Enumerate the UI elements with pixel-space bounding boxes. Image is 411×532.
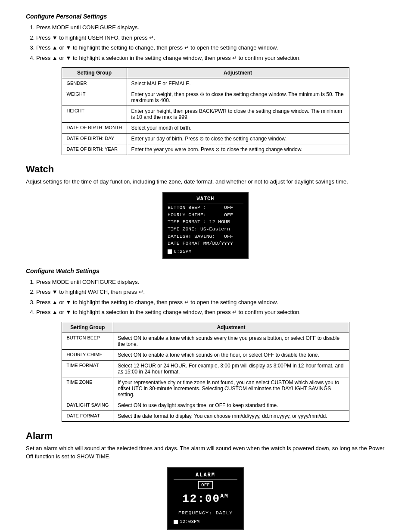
setting-group-cell: TIME ZONE [62,377,113,400]
table-row: HEIGHTEnter your height, then press BACK… [62,106,349,123]
configure-personal-title: Configure Personal Settings [26,13,385,20]
watch-screen: WATCH BUTTON BEEP : OFFHOURLY CHIME: OFF… [162,192,249,259]
watch-step-4: Press ▲ or ▼ to highlight a selection in… [36,308,385,317]
table-row: DAYLIGHT SAVINGSelect ON to use daylight… [62,400,349,411]
setting-group-cell: HOURLY CHIME [62,349,113,360]
watch-section: Watch Adjust settings for the time of da… [26,164,385,259]
alarm-description: Set an alarm which will sound at the sel… [26,444,385,461]
alarm-footer-time: 12:03PM [180,518,199,526]
step-1: Press MODE until CONFIGURE displays. [36,23,385,32]
alarm-ampm: AM [220,493,229,499]
watch-screen-row: DAYLIGHT SAVING: OFF [168,233,243,240]
table-row: DATE FORMATSelect the date format to dis… [62,411,349,421]
configure-watch-steps: Press MODE until CONFIGURE displays. Pre… [36,278,385,317]
alarm-section: Alarm Set an alarm which will sound at t… [26,430,385,530]
alarm-off-label: OFF [198,481,213,489]
alarm-frequency: FREQUENCY: DAILY [174,509,237,516]
setting-group-cell: DATE FORMAT [62,411,113,421]
adjustment-cell: Enter your height, then press BACK/PWR t… [127,106,349,123]
watch-screen-title: WATCH [168,196,243,203]
watch-screen-rows: BUTTON BEEP : OFFHOURLY CHIME: OFFTIME F… [168,204,243,247]
setting-group-cell: DATE OF BIRTH: DAY [62,134,127,144]
table-row: TIME FORMATSelect 12 HOUR or 24 HOUR. Fo… [62,360,349,377]
alarm-screen-container: ALARM OFF 12:00AM FREQUENCY: DAILY 12:03… [26,467,385,530]
alarm-time-display: 12:00AM [174,491,237,507]
configure-watch-section: Configure Watch Settings Press MODE unti… [26,268,385,422]
adjustment-cell: Select MALE or FEMALE. [127,78,349,89]
watch-footer-time: 6:25PM [174,248,191,255]
setting-group-cell: HEIGHT [62,106,127,123]
adjustment-cell: Select the date format to display. You c… [113,411,349,421]
step-4: Press ▲ or ▼ to highlight a selection in… [36,54,385,62]
watch-screen-row: TIME ZONE: US-Eastern [168,226,243,233]
watch-screen-row: HOURLY CHIME: OFF [168,212,243,219]
table-row: TIME ZONEIf your representative city or … [62,377,349,400]
configure-watch-table: Setting Group Adjustment BUTTON BEEPSele… [62,322,349,422]
setting-group-cell: WEIGHT [62,89,127,106]
watch-description: Adjust settings for the time of day func… [26,177,385,186]
watch-step-2: Press ▼ to highlight WATCH, then press ↵… [36,288,385,296]
step-3: Press ▲ or ▼ to highlight the setting to… [36,44,385,52]
adjustment-cell: Select ON to use daylight savings time, … [113,400,349,411]
configure-personal-section: Configure Personal Settings Press MODE u… [26,13,385,155]
setting-group-cell: BUTTON BEEP [62,333,113,349]
configure-personal-table: Setting Group Adjustment GENDERSelect MA… [62,67,349,155]
watch-col-header-adjustment: Adjustment [113,322,349,333]
adjustment-cell: Select 12 HOUR or 24 HOUR. For example, … [113,360,349,377]
watch-screen-footer: 6:25PM [168,248,243,255]
adjustment-cell: Select ON to enable a tone which sounds … [113,333,349,349]
watch-cursor-icon [168,249,172,254]
setting-group-cell: DAYLIGHT SAVING [62,400,113,411]
alarm-title: Alarm [26,430,385,442]
watch-col-header-setting-group: Setting Group [62,322,113,333]
col-header-setting-group: Setting Group [62,68,127,78]
table-row: HOURLY CHIMESelect ON to enable a tone w… [62,349,349,360]
alarm-cursor-icon [174,520,178,524]
setting-group-cell: GENDER [62,78,127,89]
adjustment-cell: Enter your day of birth. Press ⊙ to clos… [127,134,349,144]
table-row: DATE OF BIRTH: MONTHSelect your month of… [62,123,349,134]
table-row: DATE OF BIRTH: DAYEnter your day of birt… [62,134,349,144]
alarm-screen-title: ALARM [174,471,237,479]
watch-screen-container: WATCH BUTTON BEEP : OFFHOURLY CHIME: OFF… [26,192,385,259]
adjustment-cell: Enter your weight, then press ⊙ to close… [127,89,349,106]
setting-group-cell: DATE OF BIRTH: MONTH [62,123,127,134]
alarm-frequency-value: DAILY [216,510,233,516]
adjustment-cell: Select ON to enable a tone which sounds … [113,349,349,360]
adjustment-cell: Select your month of birth. [127,123,349,134]
configure-personal-steps: Press MODE until CONFIGURE displays. Pre… [36,23,385,62]
table-row: BUTTON BEEPSelect ON to enable a tone wh… [62,333,349,349]
col-header-adjustment: Adjustment [127,68,349,78]
watch-step-3: Press ▲ or ▼ to highlight the setting to… [36,298,385,307]
watch-screen-row: DATE FORMAT MM/DD/YYYY [168,240,243,247]
alarm-screen: ALARM OFF 12:00AM FREQUENCY: DAILY 12:03… [167,467,244,530]
adjustment-cell: If your representative city or time zone… [113,377,349,400]
alarm-screen-footer: 12:03PM [174,518,237,526]
setting-group-cell: DATE OF BIRTH: YEAR [62,144,127,155]
configure-watch-title: Configure Watch Settings [26,268,385,274]
watch-title: Watch [26,164,385,175]
table-row: DATE OF BIRTH: YEAREnter the year you we… [62,144,349,155]
setting-group-cell: TIME FORMAT [62,360,113,377]
alarm-frequency-label: FREQUENCY: [178,510,212,516]
table-row: GENDERSelect MALE or FEMALE. [62,78,349,89]
step-2: Press ▼ to highlight USER INFO, then pre… [36,34,385,42]
adjustment-cell: Enter the year you were born. Press ⊙ to… [127,144,349,155]
table-row: WEIGHTEnter your weight, then press ⊙ to… [62,89,349,106]
watch-screen-row: TIME FORMAT : 12 HOUR [168,218,243,226]
alarm-time-value: 12:00 [182,492,220,505]
watch-screen-row: BUTTON BEEP : OFF [168,204,243,212]
watch-step-1: Press MODE until CONFIGURE displays. [36,278,385,286]
